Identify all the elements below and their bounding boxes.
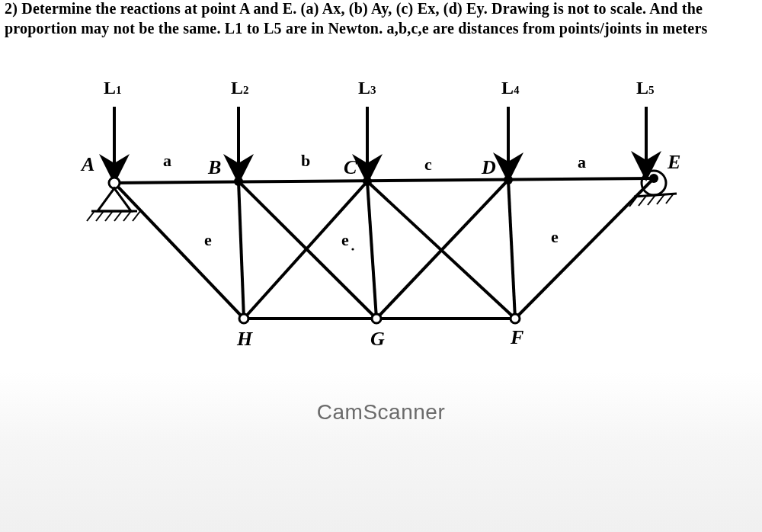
pin-support-A (87, 188, 140, 221)
svg-line-27 (96, 211, 104, 221)
svg-line-31 (133, 211, 140, 221)
svg-point-23 (372, 314, 381, 323)
svg-line-26 (87, 211, 94, 221)
svg-point-19 (363, 177, 372, 186)
svg-line-15 (244, 181, 367, 319)
svg-line-11 (114, 183, 244, 319)
svg-line-8 (367, 181, 376, 319)
svg-line-7 (239, 181, 244, 319)
svg-point-22 (239, 314, 248, 323)
svg-point-21 (649, 174, 658, 183)
svg-point-39 (351, 248, 354, 250)
svg-point-24 (511, 314, 520, 323)
camscanner-watermark: CamScanner (0, 400, 762, 425)
svg-line-30 (123, 211, 131, 221)
svg-line-28 (105, 211, 113, 221)
svg-point-18 (234, 177, 243, 186)
svg-point-20 (504, 175, 513, 184)
svg-line-29 (114, 211, 122, 221)
svg-line-0 (114, 178, 654, 183)
page-fade-overlay (0, 372, 762, 532)
svg-line-16 (367, 181, 515, 319)
svg-line-12 (515, 178, 654, 319)
svg-line-9 (508, 180, 515, 319)
